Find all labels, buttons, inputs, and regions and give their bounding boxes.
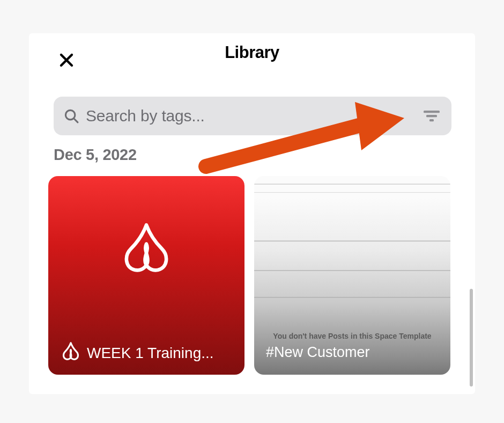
search-input[interactable] [85,106,421,126]
library-panel: Library Dec 5, 2022 WEEK 1 Training... [29,33,475,394]
library-card-template[interactable]: You don't have Posts in this Space Templ… [254,176,450,375]
pdf-icon [60,340,81,362]
card-grid: WEEK 1 Training... You don't have Posts … [48,176,456,375]
page-title: Library [225,43,279,62]
card-empty-text: You don't have Posts in this Space Templ… [254,332,450,340]
filter-icon [424,110,440,122]
search-icon [63,108,79,124]
header: Library [29,33,475,72]
library-card-pdf[interactable]: WEEK 1 Training... [48,176,244,375]
card-title: WEEK 1 Training... [87,345,235,362]
scrollbar[interactable] [470,289,473,386]
search-bar[interactable] [54,97,451,135]
filter-button[interactable] [421,106,442,126]
svg-rect-1 [424,111,440,113]
svg-rect-2 [426,115,437,117]
pdf-icon [117,218,176,277]
svg-rect-3 [429,119,434,121]
close-button[interactable] [56,49,77,71]
card-title: #New Customer [266,344,370,361]
close-icon [58,52,75,68]
date-group-label: Dec 5, 2022 [54,146,137,164]
